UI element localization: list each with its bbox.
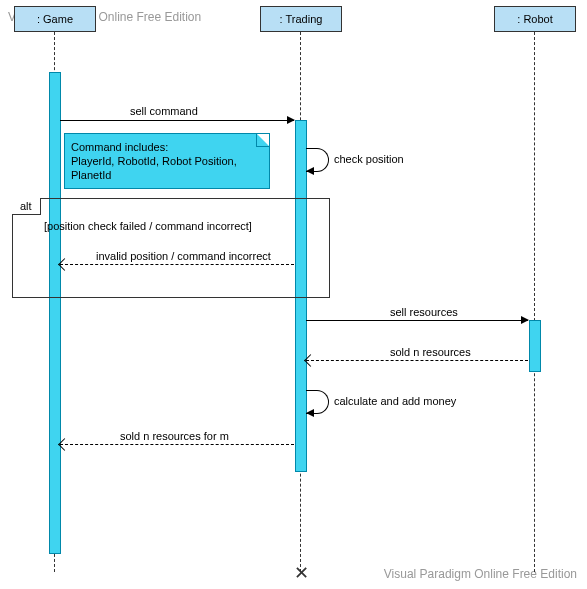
participant-game: : Game [14,6,96,32]
participant-robot: : Robot [494,6,576,32]
terminate-icon: ✕ [294,562,309,584]
msg-sell-command [60,120,294,121]
msg-invalid [60,264,294,265]
sequence-diagram: Visual Paradigm Online Free Edition Visu… [0,0,587,589]
label-invalid: invalid position / command incorrect [96,250,271,262]
msg-sold-n [306,360,528,361]
msg-sold-for-m [60,444,294,445]
label-sell-resources: sell resources [390,306,458,318]
label-sell-command: sell command [130,105,198,117]
msg-sell-resources [306,320,528,321]
note-line2: PlayerId, RobotId, Robot Position, [71,155,237,167]
activation-game [49,72,61,554]
note-line3: PlanetId [71,169,111,181]
alt-fragment: alt [12,198,330,298]
label-check-position: check position [334,153,404,165]
arrow-icon [287,116,295,124]
arrow-icon [306,167,314,175]
label-sold-n: sold n resources [390,346,471,358]
label-sold-for-m: sold n resources for m [120,430,229,442]
arrow-icon [521,316,529,324]
alt-tag: alt [12,198,41,215]
label-calc-money: calculate and add money [334,395,456,407]
arrow-icon [306,409,314,417]
note-line1: Command includes: [71,141,168,153]
activation-robot [529,320,541,372]
lifeline-robot [534,32,535,572]
watermark-bottom: Visual Paradigm Online Free Edition [384,567,577,581]
participant-trading: : Trading [260,6,342,32]
alt-guard: [position check failed / command incorre… [44,220,252,232]
note-command: Command includes: PlayerId, RobotId, Rob… [64,133,270,189]
